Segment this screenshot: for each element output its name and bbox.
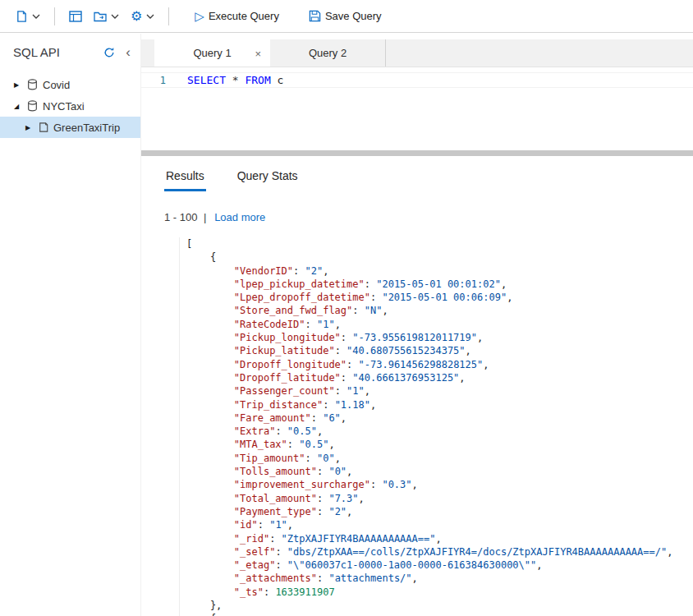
database-name: NYCTaxi [43, 100, 85, 113]
json-line: "Trip_distance": "1.18", [186, 398, 693, 411]
database-icon [27, 79, 38, 90]
json-line: "Passenger_count": "1", [186, 384, 693, 398]
query-text: SELECT * FROM c [166, 74, 283, 86]
chevron-down-icon [32, 14, 40, 19]
refresh-button[interactable] [103, 47, 115, 58]
chevron-down-icon [111, 14, 119, 19]
json-line: "Total_amount": "7.3", [186, 492, 693, 505]
json-line: "Extra": "0.5", [186, 425, 693, 438]
open-query-button[interactable] [63, 7, 88, 26]
data-explorer: ⚙ ▷ Execute Query Save Query SQL API ‹ ▶ [0, 0, 693, 616]
save-query-button[interactable]: Save Query [303, 6, 388, 26]
json-line: "Dropoff_longitude": "-73.96145629882812… [186, 358, 693, 371]
json-results-viewer[interactable]: [ { "VendorID": "2", "lpep_pickup_dateti… [179, 237, 693, 616]
json-line: { [186, 612, 693, 616]
open-query-from-disk-button[interactable] [88, 7, 125, 26]
gear-icon: ⚙ [131, 10, 142, 23]
open-query-icon [69, 11, 82, 22]
query-editor[interactable]: 1 SELECT * FROM c [141, 67, 693, 150]
toolbar: ⚙ ▷ Execute Query Save Query [0, 0, 693, 33]
sidebar-header: SQL API ‹ [0, 34, 140, 66]
json-line: "_ts": 1633911907 [186, 586, 693, 599]
json-line: { [186, 251, 693, 264]
json-line: "RateCodeID": "1", [186, 318, 693, 331]
open-folder-icon [94, 11, 107, 22]
json-line: "lpep_pickup_datetime": "2015-05-01 00:0… [186, 278, 693, 291]
tab-label: Query 2 [309, 47, 346, 59]
tree-item-greentaxitrip[interactable]: ▶ GreenTaxiTrip [0, 117, 140, 138]
json-line: "Lpep_dropoff_datetime": "2015-05-01 00:… [186, 291, 693, 304]
close-icon[interactable]: × [255, 47, 261, 59]
json-line: "MTA_tax": "0.5", [186, 438, 693, 451]
execute-query-label: Execute Query [209, 10, 279, 22]
json-line: "Pickup_longitude": "-73.955619812011719… [186, 331, 693, 344]
json-line: }, [186, 599, 693, 612]
tab-query-2[interactable]: Query 2 [270, 39, 386, 67]
refresh-icon [103, 47, 115, 58]
json-line: "_attachments": "attachments/", [186, 572, 693, 585]
json-line: "Tolls_amount": "0", [186, 465, 693, 478]
toolbar-divider [54, 7, 55, 25]
editor-line: 1 SELECT * FROM c [141, 72, 693, 88]
result-range: 1 - 100 [164, 211, 197, 223]
resource-tree-sidebar: SQL API ‹ ▶ Covid ◢ NYCTaxi [0, 34, 141, 616]
play-icon: ▷ [195, 10, 204, 22]
results-tab-label: Results [166, 169, 204, 182]
api-title: SQL API [13, 45, 103, 59]
line-number: 1 [141, 75, 166, 86]
tree-item-nyctaxi[interactable]: ◢ NYCTaxi [0, 95, 140, 117]
container-icon [39, 122, 48, 133]
json-line: "Dropoff_latitude": "40.6661376953125", [186, 371, 693, 384]
pager-separator: | [204, 211, 206, 223]
expand-arrow-icon[interactable]: ▶ [14, 81, 25, 89]
resource-tree: ▶ Covid ◢ NYCTaxi ▶ GreenTaxiTrip [0, 74, 140, 138]
save-icon [309, 10, 321, 22]
json-results: [ { "VendorID": "2", "lpep_pickup_dateti… [186, 237, 693, 616]
json-line: [ [186, 237, 693, 251]
database-name: Covid [43, 79, 70, 91]
expand-arrow-icon[interactable]: ▶ [25, 124, 36, 131]
json-line: "_rid": "ZtpXAJFIYR4BAAAAAAAAAA==", [186, 532, 693, 545]
json-line: "id": "1", [186, 518, 693, 531]
json-line: "Pickup_latitude": "40.680755615234375", [186, 344, 693, 357]
new-query-button[interactable] [10, 6, 46, 27]
database-icon [27, 100, 38, 112]
chevron-down-icon [146, 14, 154, 19]
json-line: "Fare_amount": "6", [186, 411, 693, 425]
results-panel: Results Query Stats 1 - 100 | Load more … [141, 156, 693, 616]
settings-button[interactable]: ⚙ [125, 6, 160, 27]
json-line: "_self": "dbs/ZtpXAA==/colls/ZtpXAJFIYR4… [186, 545, 693, 559]
json-line: "Store_and_fwd_flag": "N", [186, 304, 693, 317]
tab-results[interactable]: Results [164, 169, 206, 191]
query-tabbar: Query 1 × Query 2 [141, 39, 693, 67]
toolbar-divider [168, 7, 169, 25]
json-line: "improvement_surcharge": "0.3", [186, 478, 693, 491]
json-line: "VendorID": "2", [186, 264, 693, 278]
json-line: "_etag": "\"060037c1-0000-1a00-0000-6163… [186, 559, 693, 572]
query-stats-tab-label: Query Stats [237, 169, 298, 182]
execute-query-button[interactable]: ▷ Execute Query [189, 6, 285, 26]
results-tabbar: Results Query Stats [164, 169, 693, 191]
container-name: GreenTaxiTrip [53, 122, 120, 134]
tree-item-covid[interactable]: ▶ Covid [0, 74, 140, 95]
main-panel: Query 1 × Query 2 1 SELECT * FROM c Resu… [141, 34, 693, 616]
tab-query-1[interactable]: Query 1 × [154, 39, 270, 67]
results-pager: 1 - 100 | Load more [164, 211, 693, 223]
save-query-label: Save Query [325, 10, 382, 22]
json-line: "Tip_amount": "0", [186, 452, 693, 465]
load-more-link[interactable]: Load more [214, 211, 265, 223]
tab-query-stats[interactable]: Query Stats [236, 169, 300, 191]
tab-label: Query 1 [193, 47, 231, 59]
collapse-arrow-icon[interactable]: ◢ [14, 103, 25, 110]
new-query-icon [16, 10, 28, 23]
json-line: "Payment_type": "2", [186, 505, 693, 518]
collapse-panel-button[interactable]: ‹ [126, 45, 131, 59]
resize-splitter-handle[interactable] [141, 150, 693, 156]
